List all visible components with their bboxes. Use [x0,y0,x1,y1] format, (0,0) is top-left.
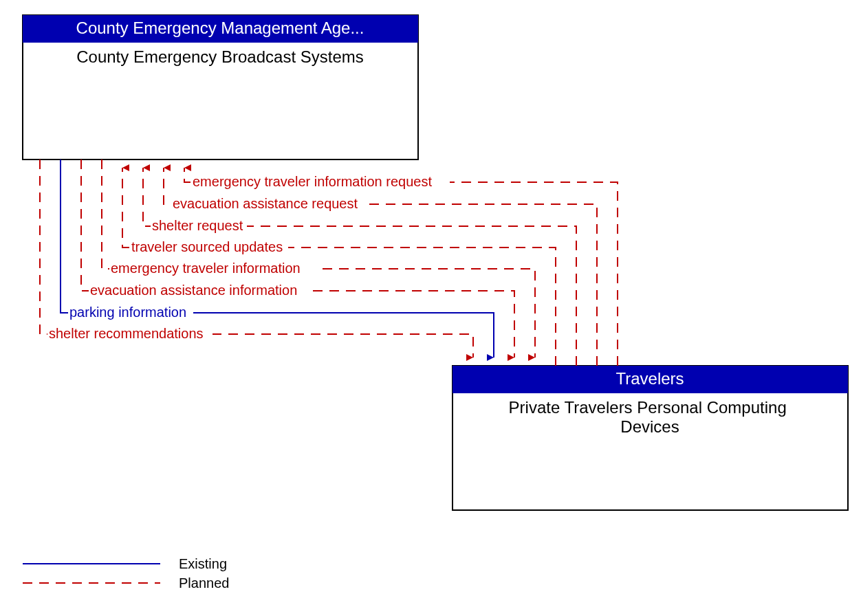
entity-top-name: County Emergency Broadcast Systems [76,47,364,66]
flow-label: evacuation assistance request [173,196,358,211]
entity-private-travelers-personal-computing-devices: Travelers Private Travelers Personal Com… [453,366,848,510]
legend-planned-label: Planned [179,575,229,591]
entity-top-header: County Emergency Management Age... [76,19,364,37]
flow-label: traveler sourced updates [131,239,283,254]
flow-label: evacuation assistance information [90,283,297,298]
entity-county-emergency-broadcast-systems: County Emergency Management Age... Count… [23,15,418,160]
entity-bottom-header: Travelers [615,369,684,388]
flow-label: shelter recommendations [49,326,204,341]
flow-label: emergency traveler information request [193,174,432,189]
flow-label: parking information [69,305,186,320]
flow-label: emergency traveler information [111,261,301,276]
legend: Existing Planned [23,556,229,591]
flow-label: shelter request [152,218,243,233]
legend-existing-label: Existing [179,556,227,571]
architecture-diagram: County Emergency Management Age... Count… [0,0,861,616]
flow-labels: emergency traveler information request e… [47,174,450,342]
